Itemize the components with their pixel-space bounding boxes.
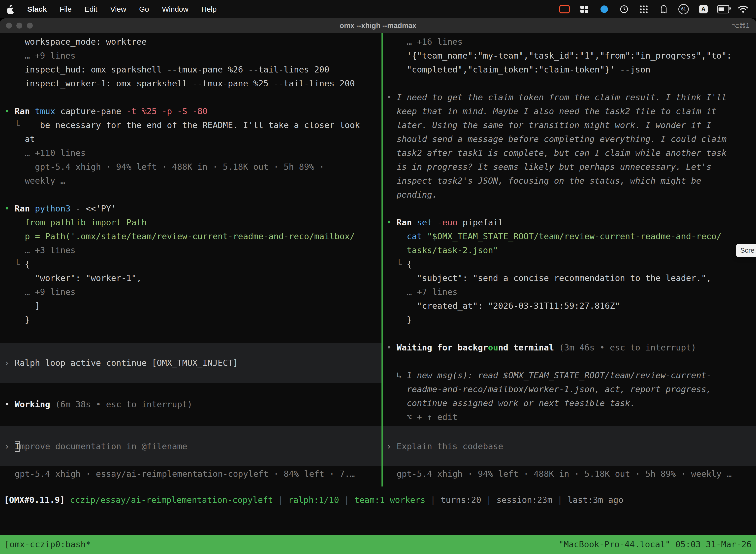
menu-items: FileEditViewGoWindowHelp [60, 5, 216, 13]
terminal-line: inspect task2's JSON, focusing on the st… [383, 174, 756, 188]
text-segment: "created_at": "2026-03-31T11:59:27.816Z" [386, 301, 620, 311]
waiting-status: • Waiting for background terminal (3m 46… [383, 340, 756, 354]
text-segment: } [386, 315, 412, 325]
omx-status-line: [OMX#0.11.9] cczip/essay/ai-reimplementa… [0, 493, 756, 507]
text-segment: gpt-5.4 xhigh · essay/ai-reimplementatio… [4, 469, 355, 479]
window-title: omx --xhigh --madmax [0, 21, 756, 30]
menu-item-window[interactable]: Window [162, 5, 189, 13]
blue-app-icon[interactable] [598, 3, 610, 15]
terminal-line: workspace_mode: worktree [0, 35, 381, 49]
terminal-line: inspect_hud: omx sparkshell --tmux-pane … [0, 63, 381, 76]
text-segment: p = Path('.omx/state/team/review-current… [4, 231, 355, 241]
app-grid-icon[interactable] [638, 3, 650, 15]
terminal-line: gpt-5.4 xhigh · 94% left · 488K in · 5.1… [0, 160, 381, 174]
text-segment: ] [4, 301, 40, 311]
gauge-icon[interactable]: 61 [678, 3, 690, 15]
text-segment: team:1 workers [354, 495, 425, 505]
tmux-status-bar: [omx-cczip0:bash* "MacBook-Pro-44.local"… [0, 535, 756, 554]
menu-item-file[interactable]: File [60, 5, 71, 13]
text-segment: -t %25 -p -S -80 [126, 106, 208, 116]
text-segment: Explain this codebase [397, 441, 503, 451]
terminal-window: omx --xhigh --madmax ⌥⌘1 workspace_mode:… [0, 18, 756, 554]
terminal-line [383, 202, 756, 215]
apple-menu-icon[interactable] [7, 5, 14, 14]
zoom-button[interactable] [27, 22, 33, 29]
window-shortcut: ⌥⌘1 [732, 18, 750, 33]
text-segment: { [25, 259, 30, 269]
text-segment: is in progress? It seems likely but perh… [386, 162, 711, 172]
minimize-button[interactable] [16, 22, 22, 29]
terminal-line: ] [0, 299, 381, 313]
terminal-line: • Ran python3 - <<'PY' [0, 202, 381, 215]
tmux-panes: workspace_mode: worktree … +9 lines insp… [0, 33, 756, 487]
text-segment: at [4, 134, 35, 144]
input-source-icon[interactable]: A [697, 3, 709, 15]
terminal-line: … +9 lines [0, 49, 381, 63]
text-segment: inspect task2's JSON, focusing on the st… [386, 176, 701, 186]
menu-bar-status-icons: 61A [559, 3, 749, 15]
menu-item-go[interactable]: Go [139, 5, 149, 13]
text-segment: readme-and-reco/mailbox/worker-1.json, a… [386, 384, 711, 394]
window-manager-icon[interactable] [578, 3, 590, 15]
text-segment: turns:20 [441, 495, 481, 505]
right-pane[interactable]: … +16 lines '{"team_name":"my-team","tas… [383, 33, 756, 487]
text-segment: Ralph loop active continue [OMX_TMUX_INJ… [15, 358, 238, 368]
text-segment: should send a message before completing … [386, 134, 727, 144]
terminal-line [383, 327, 756, 340]
text-segment: … +110 lines [4, 148, 86, 158]
terminal-line: ↳ 1 new msg(s): read $OMX_TEAM_STATE_ROO… [383, 368, 756, 382]
text-segment: workspace_mode: worktree [4, 37, 146, 47]
text-segment: -euo [437, 217, 462, 227]
text-segment: | [273, 495, 288, 505]
terminal-line: … +16 lines [383, 35, 756, 49]
battery-icon[interactable] [717, 3, 729, 15]
prompt-input-left[interactable]: › Improve documentation in @filename [0, 426, 381, 466]
terminal-line [0, 90, 381, 104]
window-titlebar[interactable]: omx --xhigh --madmax ⌥⌘1 [0, 18, 756, 33]
active-app-menu[interactable]: Slack [27, 5, 47, 13]
terminal-line: continue assigned work or next feasible … [383, 396, 756, 410]
text-segment: └ [4, 259, 25, 269]
ghost-icon[interactable] [658, 3, 670, 15]
text-segment: | [339, 495, 354, 505]
clock-icon[interactable] [618, 3, 630, 15]
prompt-input-right[interactable]: › Explain this codebase [383, 426, 756, 466]
screenshot-tooltip[interactable]: Scre [736, 244, 756, 257]
text-segment: Working [15, 399, 55, 409]
terminal-line: … +9 lines [0, 285, 381, 299]
menu-item-help[interactable]: Help [201, 5, 217, 13]
text-segment: … +9 lines [4, 51, 76, 61]
terminal-line [383, 76, 756, 90]
text-segment: I [15, 441, 19, 452]
menu-item-edit[interactable]: Edit [84, 5, 98, 13]
screen-recording-icon[interactable] [559, 3, 570, 15]
spacer [0, 383, 381, 397]
menu-item-view[interactable]: View [110, 5, 126, 13]
terminal-line: weekly … [0, 174, 381, 188]
text-segment: • [4, 399, 15, 409]
text-segment: … +16 lines [386, 37, 462, 47]
working-status: • Working (6m 38s • esc to interrupt) [0, 397, 381, 411]
text-segment: ou [488, 342, 498, 352]
text-segment: "completed","claim_token":"claim-token"}… [386, 64, 650, 74]
text-segment: capture-pane [60, 106, 126, 116]
terminal-line: … +3 lines [0, 243, 381, 257]
text-segment: ↳ 1 new msg(s): read $OMX_TEAM_STATE_ROO… [386, 370, 711, 380]
pane-status-left: gpt-5.4 xhigh · essay/ai-reimplementatio… [0, 467, 381, 481]
text-segment: • [386, 92, 397, 102]
close-button[interactable] [6, 22, 12, 29]
text-segment: I need to get the claim token from the c… [397, 92, 727, 102]
text-segment: last:3m ago [567, 495, 623, 505]
text-segment: └ [386, 259, 407, 269]
ralph-loop-banner: › Ralph loop active continue [OMX_TMUX_I… [0, 343, 381, 383]
left-pane[interactable]: workspace_mode: worktree … +9 lines insp… [0, 33, 381, 487]
wifi-icon[interactable] [737, 3, 749, 15]
text-segment: later. Using the same for transition mig… [386, 120, 711, 130]
text-segment: cczip/essay/ai-reimplementation-copyleft [70, 495, 273, 505]
terminal-line: from pathlib import Path [0, 215, 381, 229]
terminal-line: • I need to get the claim token from the… [383, 90, 756, 104]
terminal-line: "completed","claim_token":"claim-token"}… [383, 63, 756, 76]
spacer [383, 424, 756, 426]
terminal-line: └ be necessary for the end of the README… [0, 118, 381, 132]
text-segment: Waiting for backgr [397, 342, 488, 352]
